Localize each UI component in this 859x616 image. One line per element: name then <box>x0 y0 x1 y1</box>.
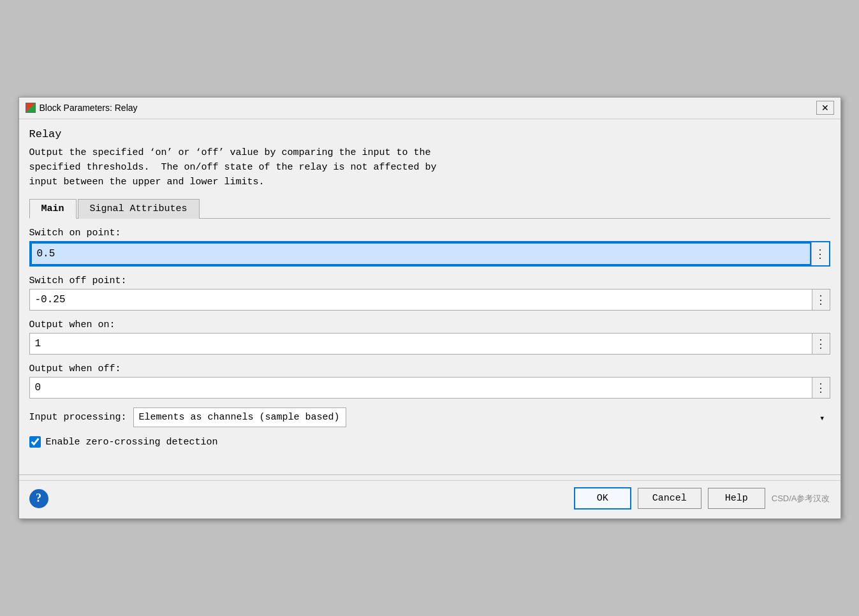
tab-signal-attributes[interactable]: Signal Attributes <box>78 199 200 219</box>
relay-icon <box>26 103 36 113</box>
block-title: Relay <box>29 128 830 140</box>
cancel-button[interactable]: Cancel <box>638 488 701 509</box>
footer-divider <box>19 474 841 475</box>
input-processing-select[interactable]: Elements as channels (sample based) Colu… <box>133 407 346 427</box>
output-when-off-input[interactable] <box>30 378 812 398</box>
output-when-on-menu-button[interactable]: ⋮ <box>812 334 830 354</box>
block-description: Output the specified ‘on’ or ‘off’ value… <box>29 145 830 190</box>
zero-crossing-label: Enable zero-crossing detection <box>46 437 218 448</box>
help-icon-circle[interactable]: ? <box>29 489 48 508</box>
dialog-window: Block Parameters: Relay ✕ Relay Output t… <box>18 97 841 520</box>
switch-off-point-row: ⋮ <box>29 289 830 311</box>
watermark: CSD/A参考汉改 <box>772 493 830 504</box>
close-button[interactable]: ✕ <box>816 101 834 115</box>
title-bar-left: Block Parameters: Relay <box>26 103 138 113</box>
output-when-off-row: ⋮ <box>29 377 830 399</box>
zero-crossing-row: Enable zero-crossing detection <box>29 436 830 448</box>
window-title: Block Parameters: Relay <box>40 103 138 113</box>
input-processing-label: Input processing: <box>29 412 127 423</box>
input-processing-row: Input processing: Elements as channels (… <box>29 407 830 427</box>
help-button[interactable]: Help <box>708 488 765 509</box>
zero-crossing-checkbox[interactable] <box>29 436 41 448</box>
switch-on-point-label: Switch on point: <box>29 228 830 238</box>
switch-off-point-input[interactable] <box>30 290 812 310</box>
switch-on-point-menu-button[interactable]: ⋮ <box>811 242 829 265</box>
output-when-on-row: ⋮ <box>29 333 830 355</box>
switch-off-point-label: Switch off point: <box>29 275 830 286</box>
title-bar: Block Parameters: Relay ✕ <box>19 98 841 119</box>
input-processing-select-wrapper: Elements as channels (sample based) Colu… <box>133 407 830 427</box>
content-area: Relay Output the specified ‘on’ or ‘off’… <box>19 119 841 470</box>
output-when-off-menu-button[interactable]: ⋮ <box>812 378 830 398</box>
output-when-off-label: Output when off: <box>29 363 830 374</box>
switch-off-point-menu-button[interactable]: ⋮ <box>812 290 830 310</box>
switch-on-point-input[interactable] <box>31 242 811 265</box>
footer: ? OK Cancel Help CSD/A参考汉改 <box>19 480 841 518</box>
tab-main[interactable]: Main <box>29 199 77 219</box>
tabs-bar: Main Signal Attributes <box>29 198 830 219</box>
output-when-on-input[interactable] <box>30 334 812 354</box>
output-when-on-label: Output when on: <box>29 319 830 330</box>
ok-button[interactable]: OK <box>574 487 631 510</box>
switch-on-point-row: ⋮ <box>29 241 830 267</box>
params-area: Switch on point: ⋮ Switch off point: ⋮ O… <box>29 219 830 463</box>
footer-left: ? <box>29 489 48 508</box>
